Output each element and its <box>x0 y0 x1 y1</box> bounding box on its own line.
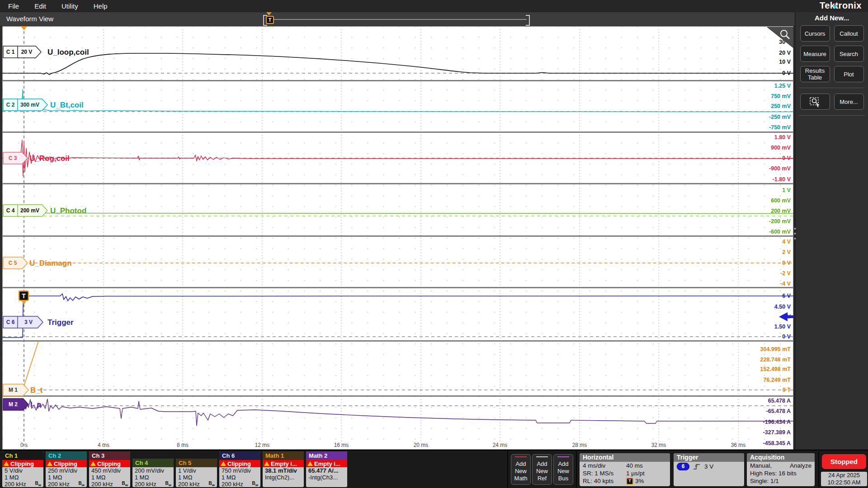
svg-text:28 ms: 28 ms <box>572 442 587 448</box>
menu-help[interactable]: Help <box>94 2 108 10</box>
results-table-button[interactable]: Results Table <box>800 66 830 82</box>
badge-ch4-title: Ch 4 <box>132 459 174 467</box>
svg-text:0 V: 0 V <box>782 333 791 340</box>
svg-text:-600 mV: -600 mV <box>769 229 791 235</box>
badge-ch4[interactable]: Ch 4 200 mV/div 1 MΩ 200 kHzBw <box>132 459 174 487</box>
menu-edit[interactable]: Edit <box>34 2 46 10</box>
plot-button[interactable]: Plot <box>834 66 864 82</box>
svg-text:2 V: 2 V <box>782 249 791 255</box>
badge-ch6[interactable]: Ch 6 Clipping 750 mV/div 1 MΩ 200 kHzBw <box>219 451 260 487</box>
svg-text:24 ms: 24 ms <box>493 442 508 448</box>
menu-utility[interactable]: Utility <box>61 2 78 10</box>
svg-text:200 mV: 200 mV <box>20 207 39 214</box>
channel-handle-m1[interactable]: M 1 <box>3 384 28 396</box>
label-ch5: U_Diamagn <box>29 259 72 267</box>
sidebar-divider <box>799 115 865 116</box>
channel-handle-c6[interactable]: C 6 3 V <box>3 316 43 328</box>
bottom-separator <box>818 451 819 488</box>
splitter-handle[interactable]: ••• <box>793 226 797 241</box>
badge-math1[interactable]: Math 1 Empty i... 38.1 mT/div Intg(Ch2).… <box>263 451 304 487</box>
svg-text:4.50 V: 4.50 V <box>774 304 791 310</box>
badge-math2-title: Math 2 <box>306 451 347 460</box>
channel-handle-m2[interactable]: M 2 <box>3 399 28 410</box>
channel-handle-c5[interactable]: C 5 <box>3 257 28 269</box>
sidebar-divider <box>799 88 865 88</box>
badge-ch1-title: Ch 1 <box>2 451 43 460</box>
svg-text:20 V: 20 V <box>21 49 33 55</box>
svg-text:-200 mV: -200 mV <box>769 218 791 225</box>
trigger-position-icon[interactable]: T <box>266 16 274 24</box>
channel-handle-c2[interactable]: C 2 300 mV <box>3 99 47 111</box>
tab-waveform-view[interactable]: Waveform View <box>6 15 53 23</box>
badge-ch1-clipping: Clipping <box>2 460 43 467</box>
warning-icon <box>47 461 52 466</box>
svg-text:-4 V: -4 V <box>780 281 791 287</box>
rising-edge-icon <box>693 463 701 470</box>
svg-text:C 1: C 1 <box>6 49 15 55</box>
badge-ch3-title: Ch 3 <box>89 451 130 460</box>
label-ch3: U_Rog,coil <box>29 154 70 163</box>
svg-text:1 V: 1 V <box>782 187 791 193</box>
search-button[interactable]: Search <box>834 46 864 62</box>
run-stop-status-button[interactable]: Stopped <box>822 454 866 469</box>
horizontal-panel[interactable]: Horizontal 4 ms/div40 ms SR: 1 MS/s1 µs/… <box>580 453 670 486</box>
badge-ch1[interactable]: Ch 1 Clipping 5 V/div 1 MΩ 200 kHzBw <box>2 451 43 487</box>
svg-text:1.25 V: 1.25 V <box>774 83 791 89</box>
svg-text:300 mV: 300 mV <box>20 102 39 108</box>
svg-text:8 ms: 8 ms <box>177 442 189 448</box>
menu-file[interactable]: File <box>8 2 19 10</box>
callout-button[interactable]: Callout <box>834 25 864 42</box>
svg-text:-250 mV: -250 mV <box>769 114 791 120</box>
zoom-select-icon <box>809 96 821 107</box>
channel-handle-c1[interactable]: C 1 20 V <box>3 46 41 58</box>
svg-text:6 V: 6 V <box>782 293 791 299</box>
cursors-button[interactable]: Cursors <box>800 25 830 42</box>
label-ch1: U_loop,coil <box>47 48 89 56</box>
label-ch2: U_Bt,coil <box>50 101 84 109</box>
svg-text:20 V: 20 V <box>779 50 791 56</box>
bandwidth-limit-icon: Bw <box>122 480 128 487</box>
trigger-percent-icon: T <box>626 478 633 485</box>
svg-text:600 mV: 600 mV <box>771 197 791 204</box>
add-new-ref-button[interactable]: Add New Ref <box>532 454 552 485</box>
trigger-title: Trigger <box>674 453 744 462</box>
svg-text:152.498 mT: 152.498 mT <box>760 366 791 372</box>
acquisition-panel[interactable]: Acquisition Manual,Analyze High Res: 16 … <box>747 453 815 486</box>
trigger-panel[interactable]: Trigger 6 3 V <box>674 453 744 486</box>
tab-bar: Waveform View T <box>0 12 795 27</box>
plot-area: T C 1 20 V C 2 300 mV <box>2 26 793 450</box>
label-m2: I_p <box>30 400 42 409</box>
channel-handle-c3[interactable]: C 3 <box>3 152 28 164</box>
svg-text:4 ms: 4 ms <box>98 442 109 448</box>
svg-text:32 ms: 32 ms <box>651 442 666 448</box>
bandwidth-limit-icon: Bw <box>165 480 171 487</box>
zoom-select-button[interactable] <box>800 94 830 110</box>
bottom-separator <box>507 451 508 488</box>
add-new-math-button[interactable]: Add New Math <box>511 454 531 485</box>
svg-text:-900 mV: -900 mV <box>769 165 791 172</box>
channel-handle-c4[interactable]: C 4 200 mV <box>3 205 47 216</box>
datetime-display: 24 Apr 2025 10:22:50 AM <box>821 472 867 486</box>
menu-bar: File Edit Utility Help Tektronix <box>0 0 868 12</box>
svg-text:228.746 mT: 228.746 mT <box>760 357 791 363</box>
record-view-bar[interactable]: T <box>263 15 530 24</box>
badge-ch2[interactable]: Ch 2 Clipping 250 mV/div 1 MΩ 200 kHzBw <box>46 451 87 487</box>
svg-text:M 2: M 2 <box>9 401 18 408</box>
svg-text:36 ms: 36 ms <box>731 442 746 448</box>
bottom-separator <box>576 451 577 488</box>
badge-math2[interactable]: Math 2 Empty i... 65.477 A/... -Intg(Ch3… <box>306 451 347 487</box>
svg-text:-750 mV: -750 mV <box>769 124 791 131</box>
svg-text:900 mV: 900 mV <box>771 145 791 151</box>
svg-text:65.478 A: 65.478 A <box>768 398 791 404</box>
svg-text:16 ms: 16 ms <box>334 442 349 448</box>
add-new-bus-button[interactable]: Add New Bus <box>553 454 573 485</box>
badge-math2-status: Empty i... <box>306 460 347 467</box>
measure-button[interactable]: Measure <box>800 46 830 62</box>
badge-math1-status: Empty i... <box>263 460 304 467</box>
more-button[interactable]: More... <box>834 94 864 110</box>
trigger-source-pill: 6 <box>677 463 689 470</box>
badge-ch5[interactable]: Ch 5 1 V/div 1 MΩ 200 kHzBw <box>176 459 217 487</box>
tektronix-logo: Tektronix <box>820 0 862 11</box>
svg-text:0 T: 0 T <box>783 387 791 393</box>
badge-ch3[interactable]: Ch 3 Clipping 450 mV/div 1 MΩ 200 kHzBw <box>89 451 130 487</box>
